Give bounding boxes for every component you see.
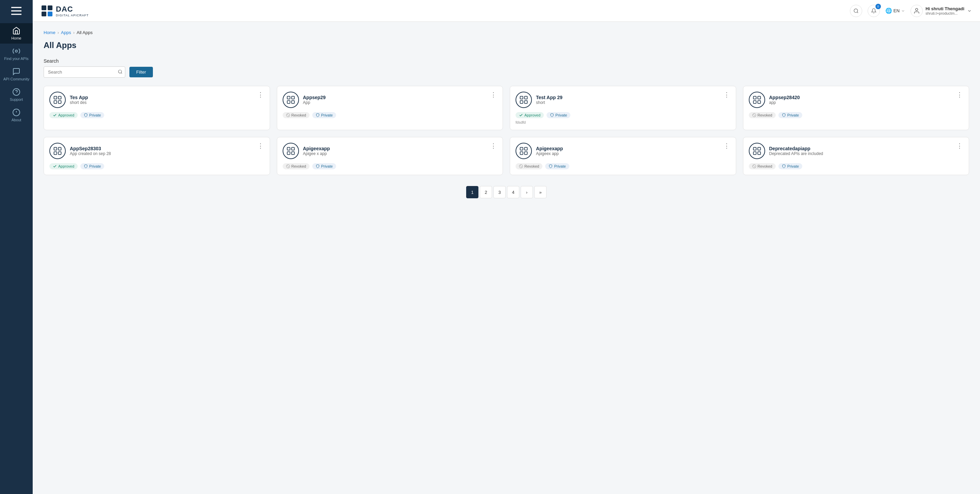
- svg-rect-25: [291, 100, 294, 103]
- hamburger-button[interactable]: [10, 4, 23, 18]
- sidebar-item-about[interactable]: About: [0, 105, 33, 125]
- visibility-badge: Private: [80, 163, 104, 169]
- svg-rect-48: [520, 148, 523, 150]
- status-badge: Revoked: [749, 112, 776, 118]
- about-icon: [12, 108, 21, 116]
- app-card: Deprecatedapiapp Deprecated APIs are inc…: [743, 137, 969, 175]
- search-submit-button[interactable]: [118, 69, 123, 75]
- app-badges: Revoked Private: [749, 163, 964, 169]
- app-card-info: Appsep28420 app: [749, 92, 800, 108]
- svg-rect-38: [54, 148, 57, 150]
- app-menu-button[interactable]: ⋮: [956, 92, 963, 98]
- app-card: Apigeexapp Apigee x app ⋮ Revoked Privat…: [277, 137, 503, 175]
- sidebar-item-support-label: Support: [10, 97, 23, 102]
- svg-rect-57: [758, 151, 760, 155]
- api-community-icon: [12, 67, 21, 76]
- sidebar-item-api-community[interactable]: API Community: [0, 64, 33, 84]
- svg-rect-10: [48, 5, 52, 10]
- app-card-info: Apigeexapp Apigeex app: [515, 143, 563, 159]
- app-desc: Apigeex app: [536, 151, 563, 156]
- app-text-info: Deprecatedapiapp Deprecated APIs are inc…: [769, 146, 823, 156]
- app-card-header: Apigeexapp Apigeex app ⋮: [515, 143, 730, 159]
- app-menu-button[interactable]: ⋮: [490, 92, 497, 98]
- svg-rect-32: [753, 96, 756, 99]
- sidebar-item-home[interactable]: Home: [0, 23, 33, 44]
- app-grid-icon: [53, 95, 62, 105]
- visibility-badge: Private: [312, 112, 336, 118]
- search-input[interactable]: [44, 67, 125, 78]
- logo-icon: [41, 5, 53, 17]
- status-badge: Approved: [515, 112, 544, 118]
- check-icon: [53, 113, 57, 117]
- main-container: DAC DIGITAL APICRAFT 0 🌐 EN: [33, 0, 980, 494]
- user-menu[interactable]: Hi shruti Thengadi shruti.t+productm...: [910, 5, 972, 17]
- filter-button[interactable]: Filter: [129, 67, 153, 77]
- shield-icon: [84, 164, 88, 168]
- user-name: Hi shruti Thengadi: [926, 6, 964, 11]
- svg-point-3: [15, 50, 18, 52]
- app-badges: Revoked Private: [283, 163, 498, 169]
- status-badge: Approved: [49, 112, 78, 118]
- app-name: Appsep29: [303, 95, 326, 100]
- app-grid-icon: [286, 146, 296, 156]
- svg-rect-28: [520, 96, 523, 99]
- svg-rect-29: [524, 96, 527, 99]
- app-menu-button[interactable]: ⋮: [956, 143, 963, 149]
- app-badges: Approved Private: [515, 112, 730, 118]
- notifications-button[interactable]: 0: [868, 5, 880, 17]
- revoked-icon: [752, 113, 756, 117]
- page-button-2[interactable]: 2: [480, 186, 492, 198]
- app-menu-button[interactable]: ⋮: [257, 92, 264, 98]
- language-selector[interactable]: 🌐 EN: [885, 8, 905, 14]
- status-badge: Revoked: [283, 163, 310, 169]
- app-menu-button[interactable]: ⋮: [723, 143, 730, 149]
- app-card-header: Tes App short des ⋮: [49, 92, 264, 108]
- pagination: 1234›»: [44, 186, 969, 198]
- app-menu-button[interactable]: ⋮: [257, 143, 264, 149]
- search-icon: [853, 8, 859, 14]
- sidebar-item-find-apis[interactable]: Find your APIs: [0, 44, 33, 64]
- svg-rect-43: [291, 148, 294, 150]
- app-name: Deprecatedapiapp: [769, 146, 823, 151]
- app-name: Test App 29: [536, 95, 563, 100]
- app-card: AppSep28303 App created on sep 28 ⋮ Appr…: [44, 137, 270, 175]
- find-apis-icon: [12, 47, 21, 55]
- page-button-3[interactable]: 3: [493, 186, 506, 198]
- app-menu-button[interactable]: ⋮: [490, 143, 497, 149]
- page-button-4[interactable]: 4: [507, 186, 519, 198]
- search-button[interactable]: [850, 5, 862, 17]
- app-name: Apigeexapp: [303, 146, 330, 151]
- page-next-button[interactable]: ›: [521, 186, 533, 198]
- app-name: Apigeexapp: [536, 146, 563, 151]
- app-icon: [49, 92, 66, 108]
- breadcrumb-sep-2: ›: [73, 30, 75, 35]
- breadcrumb-sep-1: ›: [57, 30, 59, 35]
- breadcrumb-home[interactable]: Home: [44, 30, 56, 35]
- breadcrumb-apps[interactable]: Apps: [61, 30, 71, 35]
- app-grid-icon: [53, 146, 62, 156]
- chevron-down-icon: [901, 9, 905, 13]
- app-text-info: Apigeexapp Apigeex app: [536, 146, 563, 156]
- breadcrumb-current: All Apps: [76, 30, 92, 35]
- svg-rect-20: [54, 100, 57, 103]
- check-icon: [53, 164, 57, 168]
- app-icon: [749, 92, 765, 108]
- page-button-1[interactable]: 1: [466, 186, 479, 198]
- page-last-button[interactable]: »: [534, 186, 547, 198]
- svg-rect-11: [41, 11, 46, 16]
- app-text-info: Tes App short des: [70, 95, 88, 105]
- app-text-info: Appsep29 App: [303, 95, 326, 105]
- sidebar-item-support[interactable]: Support: [0, 84, 33, 105]
- language-label: EN: [894, 8, 900, 13]
- sidebar-item-about-label: About: [11, 118, 21, 122]
- svg-line-27: [287, 114, 289, 116]
- app-card-info: AppSep28303 App created on sep 28: [49, 143, 111, 159]
- svg-line-37: [753, 114, 755, 116]
- app-text-info: Test App 29 short: [536, 95, 563, 105]
- shield-icon: [782, 164, 786, 168]
- svg-rect-34: [753, 100, 756, 103]
- user-icon: [913, 8, 920, 14]
- app-desc: Apigee x app: [303, 151, 330, 156]
- app-desc: App: [303, 100, 326, 105]
- app-menu-button[interactable]: ⋮: [723, 92, 730, 98]
